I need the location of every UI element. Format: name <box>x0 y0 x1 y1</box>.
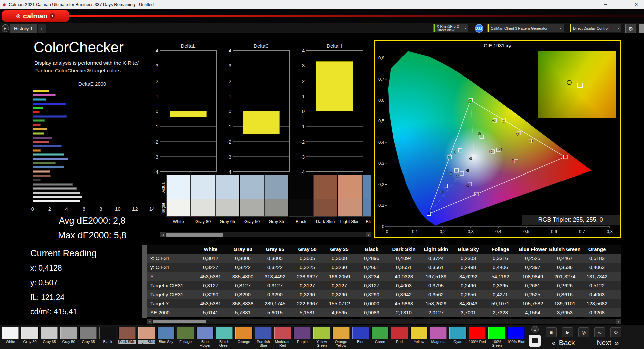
patch-swatch[interactable] <box>313 327 330 339</box>
calman-logo-menu[interactable]: ⊛ calman ▼ <box>2 10 69 22</box>
deltae-bar-white <box>33 200 80 202</box>
patch-swatch[interactable] <box>410 327 428 339</box>
patch-white[interactable]: White <box>1 327 20 347</box>
swatch-strip-scrollbar[interactable]: ◄ ► <box>160 232 371 237</box>
patch-swatch[interactable] <box>21 327 39 339</box>
minimize-button[interactable] <box>598 0 613 9</box>
close-button[interactable]: × <box>629 0 644 9</box>
patch-red[interactable]: Red <box>390 327 409 347</box>
patch-swatch[interactable] <box>430 327 447 339</box>
patch-purple[interactable]: Purple <box>292 327 312 347</box>
gridline <box>84 88 84 204</box>
patch-swatch[interactable] <box>391 327 408 339</box>
scroll-track[interactable] <box>152 319 616 324</box>
patch-swatch[interactable] <box>352 327 369 339</box>
chevron-down-icon: ▼ <box>464 27 467 30</box>
patch-foliage[interactable]: Foliage <box>176 327 195 347</box>
scroll-track[interactable] <box>165 232 366 237</box>
patch-swatch[interactable] <box>235 327 253 339</box>
patch-black[interactable]: Black <box>98 327 117 347</box>
patch-gray-80[interactable]: Gray 80 <box>20 327 40 347</box>
tab-toolbar-row: ▶ History 1 + X-Rite i1Pro 2 Direct View… <box>0 23 644 33</box>
settings-button[interactable]: ⚙ <box>625 24 636 33</box>
meter-count-badge[interactable]: 233 <box>475 24 483 33</box>
patch-green[interactable]: Green <box>370 327 390 347</box>
patch-swatch[interactable] <box>118 327 136 339</box>
display-window-button[interactable] <box>529 335 541 347</box>
patch-cyan[interactable]: Cyan <box>448 327 468 347</box>
collapse-up-button[interactable]: ▲ <box>531 326 539 333</box>
delta-chart-deltal: DeltaL43210-1-2-3-4 <box>152 43 217 172</box>
patch-100-red[interactable]: 100% Red <box>468 327 487 347</box>
patch-swatch[interactable] <box>488 327 505 339</box>
patch-swatch[interactable] <box>449 327 467 339</box>
patch-swatch[interactable] <box>157 327 175 339</box>
patch-blue-sky[interactable]: Blue Sky <box>156 327 176 347</box>
patch-moderate-red[interactable]: Moderate Red <box>273 327 292 347</box>
patch-swatch[interactable] <box>332 327 350 339</box>
patch-swatch[interactable] <box>216 327 233 339</box>
patch-swatch[interactable] <box>469 327 486 339</box>
patch-blue-flower[interactable]: Blue Flower <box>195 327 215 347</box>
patch-swatch[interactable] <box>255 327 272 339</box>
patch-gray-50[interactable]: Gray 50 <box>59 327 78 347</box>
scroll-right-icon[interactable]: ► <box>366 232 371 237</box>
scroll-left-icon[interactable]: ◄ <box>147 319 152 324</box>
patch-swatch[interactable] <box>507 327 525 339</box>
cie-1931-panel[interactable]: 00,10,20,30,40,50,60,70,800,10,20,30,40,… <box>374 40 621 238</box>
patch-swatch[interactable] <box>79 327 97 339</box>
toolbar-edge-panel[interactable] <box>639 24 644 33</box>
logo-dropdown-icon[interactable]: ▼ <box>50 13 55 19</box>
patch-100-green[interactable]: 100% Green <box>487 327 506 347</box>
patch-yellow[interactable]: Yellow <box>409 327 429 347</box>
patch-swatch[interactable] <box>41 327 58 339</box>
patch-blue[interactable]: Blue <box>351 327 370 347</box>
patch-gray-65[interactable]: Gray 65 <box>40 327 59 347</box>
patch-gray-35[interactable]: Gray 35 <box>78 327 98 347</box>
refresh-icon[interactable]: ↻ <box>610 327 621 337</box>
add-tab-button[interactable]: + <box>38 24 46 33</box>
pattern-generator-dropdown[interactable]: CalMan Client 3 Pattern Generator ▼ <box>487 24 564 32</box>
link-icon[interactable]: ∞ <box>594 327 605 337</box>
capture-icon[interactable]: ◎ <box>578 327 589 337</box>
patch-swatch[interactable] <box>274 327 291 339</box>
restore-button[interactable] <box>613 0 629 9</box>
next-button[interactable]: Next <box>597 339 611 347</box>
back-button[interactable]: Back <box>559 339 575 347</box>
measured-point-cyan <box>449 155 451 158</box>
scroll-thumb[interactable] <box>153 320 206 323</box>
patch-swatch[interactable] <box>196 327 214 339</box>
stop-icon[interactable]: ■ <box>546 327 557 337</box>
x-tick: 2 <box>48 206 51 212</box>
back-chevron-icon[interactable]: « <box>552 339 556 347</box>
meter-dropdown[interactable]: X-Rite i1Pro 2 Direct View ▼ <box>433 24 468 32</box>
scroll-left-icon[interactable]: ◄ <box>160 232 165 237</box>
patch-swatch[interactable] <box>371 327 389 339</box>
patch-swatch[interactable] <box>293 327 311 339</box>
tab-scroll-button[interactable]: ▶ <box>2 24 9 32</box>
patch-orange-yellow[interactable]: Orange Yellow <box>331 327 351 347</box>
display-control-dropdown[interactable]: Direct Display Control ▼ <box>570 24 621 32</box>
patch-dark-skin[interactable]: Dark Skin <box>117 327 137 347</box>
table-scrollbar[interactable]: ◄ ► <box>147 319 621 324</box>
cie-title: CIE 1931 xy <box>375 43 620 48</box>
scroll-right-icon[interactable]: ► <box>616 319 621 324</box>
patch-swatch[interactable] <box>177 327 194 339</box>
patch-swatch[interactable] <box>2 327 19 339</box>
patch-yellow-green[interactable]: Yellow Green <box>312 327 331 347</box>
patch-100-blue[interactable]: 100% Blue <box>506 327 526 347</box>
patch-orange[interactable]: Orange <box>234 327 254 347</box>
patch-bluish-green[interactable]: Bluish Green <box>215 327 234 347</box>
patch-swatch[interactable] <box>138 327 155 339</box>
patch-swatch[interactable] <box>60 327 77 339</box>
tab-history-1[interactable]: History 1 <box>10 24 37 33</box>
patch-purplish-blue[interactable]: Purplish Blue <box>254 327 273 347</box>
patch-magenta[interactable]: Magenta <box>429 327 448 347</box>
table-cell: 222,6967 <box>291 299 323 308</box>
patch-light-skin[interactable]: Light Skin <box>137 327 156 347</box>
scroll-thumb[interactable] <box>166 233 223 237</box>
table-cell: 0,4094 <box>388 254 420 263</box>
patch-swatch[interactable] <box>99 327 116 339</box>
next-chevron-icon[interactable]: » <box>615 339 619 347</box>
play-icon[interactable]: ▶ <box>562 327 573 337</box>
